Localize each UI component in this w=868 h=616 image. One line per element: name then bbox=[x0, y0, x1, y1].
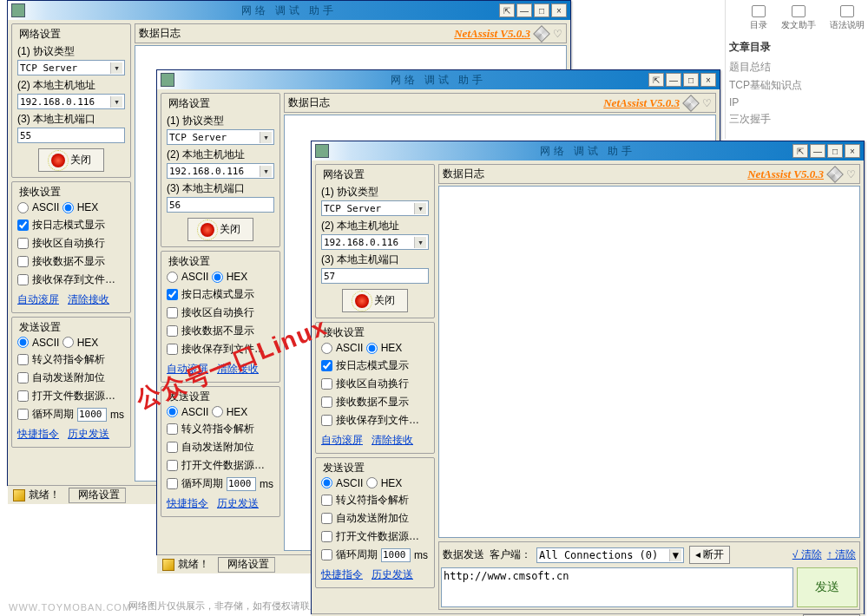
clear-recv-link[interactable]: 清除接收 bbox=[217, 362, 259, 377]
send-ascii-radio[interactable]: ASCII bbox=[167, 406, 208, 418]
syntax-icon[interactable]: 语法说明 bbox=[830, 5, 865, 31]
recv-hex-radio[interactable]: HEX bbox=[366, 342, 403, 354]
cycle-input[interactable] bbox=[77, 408, 107, 422]
maximize-button[interactable]: □ bbox=[683, 73, 699, 87]
chevron-down-icon[interactable]: ▾ bbox=[260, 166, 272, 177]
bell-icon[interactable]: ♡ bbox=[846, 168, 856, 180]
send-hex-radio[interactable]: HEX bbox=[212, 406, 248, 418]
diamond-icon[interactable] bbox=[533, 25, 550, 43]
log-mode-check[interactable]: 按日志模式显示 bbox=[167, 287, 254, 302]
clear-l-link[interactable]: √ 清除 bbox=[792, 547, 822, 562]
port-input[interactable] bbox=[17, 128, 125, 143]
cycle-input[interactable] bbox=[381, 548, 411, 562]
host-combo[interactable]: 192.168.0.116▾ bbox=[167, 163, 274, 179]
send-button[interactable]: 发送 bbox=[797, 567, 858, 607]
chevron-down-icon[interactable]: ▾ bbox=[260, 132, 272, 143]
cycle-input[interactable] bbox=[227, 477, 256, 491]
send-ascii-radio[interactable]: ASCII bbox=[321, 477, 363, 489]
auto-wrap-check[interactable]: 接收区自动换行 bbox=[321, 377, 409, 391]
auto-wrap-check[interactable]: 接收区自动换行 bbox=[167, 305, 254, 320]
send-ascii-radio[interactable]: ASCII bbox=[17, 337, 59, 349]
bell-icon[interactable]: ♡ bbox=[702, 97, 712, 109]
history-link[interactable]: 历史发送 bbox=[217, 496, 259, 511]
auto-append-check[interactable]: 自动发送附加位 bbox=[321, 511, 409, 526]
diamond-icon[interactable] bbox=[826, 166, 844, 183]
close-connection-button[interactable]: 关闭 bbox=[187, 218, 253, 241]
minimize-button[interactable]: — bbox=[666, 73, 681, 87]
close-button[interactable]: × bbox=[551, 3, 567, 17]
auto-scroll-link[interactable]: 自动滚屏 bbox=[321, 433, 363, 448]
title-bar[interactable]: 网络 调试 助手 ⇱ — □ × bbox=[157, 70, 720, 89]
chevron-down-icon[interactable]: ▾ bbox=[414, 203, 426, 214]
host-combo[interactable]: 192.168.0.116▾ bbox=[17, 94, 125, 109]
helper-icon[interactable]: 发文助手 bbox=[781, 5, 816, 31]
open-file-check[interactable]: 打开文件数据源… bbox=[167, 458, 265, 473]
protocol-combo[interactable]: TCP Server▾ bbox=[321, 200, 429, 216]
hide-data-check[interactable]: 接收数据不显示 bbox=[321, 395, 409, 410]
escape-check[interactable]: 转义符指令解析 bbox=[17, 352, 105, 367]
pin-button[interactable]: ⇱ bbox=[792, 144, 808, 158]
minimize-button[interactable]: — bbox=[516, 3, 532, 17]
recv-hex-radio[interactable]: HEX bbox=[62, 201, 99, 213]
quick-cmd-link[interactable]: 快捷指令 bbox=[17, 427, 59, 442]
hide-data-check[interactable]: 接收数据不显示 bbox=[167, 324, 254, 338]
cycle-check[interactable]: 循环周期 ms bbox=[17, 407, 124, 422]
minimize-button[interactable]: — bbox=[810, 144, 825, 158]
save-file-check[interactable]: 接收保存到文件… bbox=[167, 342, 265, 357]
save-file-check[interactable]: 接收保存到文件… bbox=[321, 413, 419, 428]
clear-recv-link[interactable]: 清除接收 bbox=[372, 433, 413, 448]
send-hex-radio[interactable]: HEX bbox=[366, 477, 403, 489]
toc-item[interactable]: 题目总结 bbox=[729, 60, 865, 75]
pin-button[interactable]: ⇱ bbox=[648, 73, 664, 87]
pin-button[interactable]: ⇱ bbox=[499, 3, 515, 17]
open-file-check[interactable]: 打开文件数据源… bbox=[321, 529, 419, 544]
maximize-button[interactable]: □ bbox=[827, 144, 843, 158]
toc-item[interactable]: TCP基础知识点 bbox=[729, 78, 865, 93]
protocol-combo[interactable]: TCP Server▾ bbox=[167, 129, 274, 145]
title-bar[interactable]: 网络 调试 助手 ⇱ — □ × bbox=[8, 1, 570, 20]
log-textarea[interactable] bbox=[438, 186, 860, 538]
quick-cmd-link[interactable]: 快捷指令 bbox=[321, 567, 363, 582]
log-mode-check[interactable]: 按日志模式显示 bbox=[17, 218, 105, 233]
toc-icon[interactable]: 目录 bbox=[750, 5, 767, 31]
toc-item[interactable]: IP bbox=[729, 96, 865, 108]
escape-check[interactable]: 转义符指令解析 bbox=[167, 422, 254, 436]
quick-cmd-link[interactable]: 快捷指令 bbox=[167, 496, 208, 511]
chevron-down-icon[interactable]: ▼ bbox=[669, 549, 681, 561]
log-mode-check[interactable]: 按日志模式显示 bbox=[321, 358, 409, 373]
auto-wrap-check[interactable]: 接收区自动换行 bbox=[17, 236, 105, 251]
clear-r-link[interactable]: ↑ 清除 bbox=[827, 547, 856, 562]
send-textarea[interactable]: http://www.cmsoft.cn bbox=[441, 567, 793, 607]
host-combo[interactable]: 192.168.0.116▾ bbox=[321, 234, 429, 250]
brand-link[interactable]: NetAssist V5.0.3 bbox=[454, 27, 530, 41]
chevron-down-icon[interactable]: ▾ bbox=[110, 96, 122, 108]
chevron-down-icon[interactable]: ▾ bbox=[414, 237, 426, 248]
recv-ascii-radio[interactable]: ASCII bbox=[321, 342, 363, 354]
cycle-check[interactable]: 循环周期 ms bbox=[167, 476, 273, 491]
save-file-check[interactable]: 接收保存到文件… bbox=[17, 272, 115, 287]
close-connection-button[interactable]: 关闭 bbox=[342, 289, 408, 312]
chevron-down-icon[interactable]: ▾ bbox=[110, 62, 122, 74]
recv-ascii-radio[interactable]: ASCII bbox=[167, 271, 208, 283]
auto-scroll-link[interactable]: 自动滚屏 bbox=[17, 292, 59, 307]
brand-link[interactable]: NetAssist V5.0.3 bbox=[603, 96, 680, 110]
protocol-combo[interactable]: TCP Server▾ bbox=[17, 60, 125, 75]
history-link[interactable]: 历史发送 bbox=[68, 427, 109, 442]
hide-data-check[interactable]: 接收数据不显示 bbox=[17, 254, 105, 269]
auto-scroll-link[interactable]: 自动滚屏 bbox=[167, 362, 208, 377]
recv-hex-radio[interactable]: HEX bbox=[212, 271, 248, 283]
close-button[interactable]: × bbox=[845, 144, 860, 158]
close-connection-button[interactable]: 关闭 bbox=[38, 148, 104, 172]
maximize-button[interactable]: □ bbox=[534, 3, 549, 17]
clear-recv-link[interactable]: 清除接收 bbox=[68, 292, 109, 307]
title-bar[interactable]: 网络 调试 助手 ⇱ — □ × bbox=[312, 141, 864, 161]
close-button[interactable]: × bbox=[700, 73, 716, 87]
brand-link[interactable]: NetAssist V5.0.3 bbox=[747, 167, 824, 181]
auto-append-check[interactable]: 自动发送附加位 bbox=[17, 370, 105, 385]
bell-icon[interactable]: ♡ bbox=[553, 28, 562, 40]
diamond-icon[interactable] bbox=[682, 95, 700, 112]
port-input[interactable] bbox=[321, 268, 429, 284]
toc-item[interactable]: 三次握手 bbox=[729, 112, 865, 127]
port-input[interactable] bbox=[167, 197, 274, 213]
open-file-check[interactable]: 打开文件数据源… bbox=[17, 389, 115, 403]
